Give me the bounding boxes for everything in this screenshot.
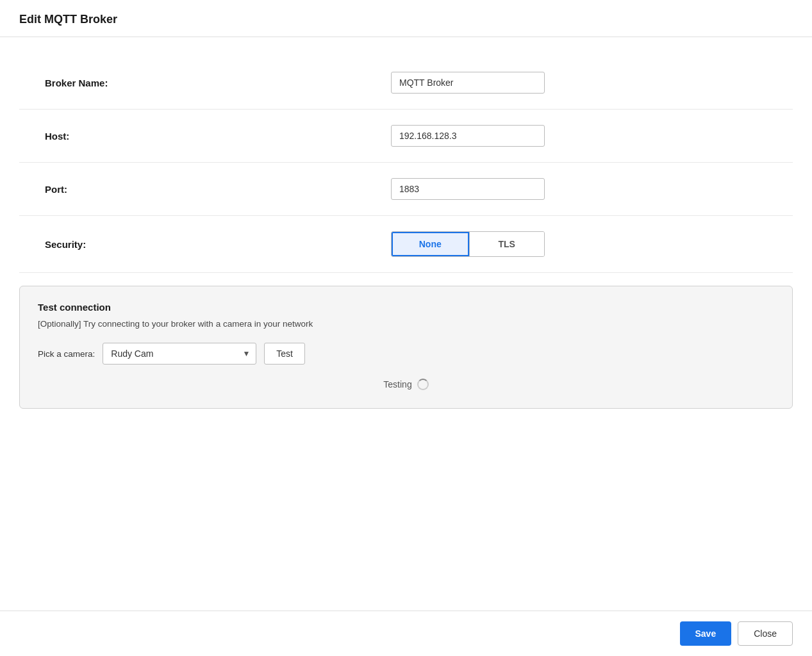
security-label: Security: — [19, 239, 391, 250]
pick-camera-label: Pick a camera: — [38, 349, 95, 359]
pick-camera-row: Pick a camera: Rudy Cam ▼ Test — [38, 343, 774, 365]
broker-name-control — [391, 72, 793, 94]
close-button[interactable]: Close — [738, 621, 793, 646]
port-row: Port: — [19, 163, 793, 216]
port-input[interactable] — [391, 178, 545, 200]
test-connection-box: Test connection [Optionally] Try connect… — [19, 286, 793, 409]
port-label: Port: — [19, 184, 391, 195]
security-tls-button[interactable]: TLS — [469, 232, 545, 256]
page-footer: Save Close — [0, 611, 812, 656]
port-control — [391, 178, 793, 200]
page-title: Edit MQTT Broker — [19, 13, 117, 26]
host-label: Host: — [19, 131, 391, 142]
testing-status-row: Testing — [38, 379, 774, 390]
page-header: Edit MQTT Broker — [0, 0, 812, 37]
page-content: Broker Name: Host: Port: Security: None … — [0, 37, 812, 611]
camera-select-wrap: Rudy Cam ▼ — [103, 343, 256, 365]
test-connection-title: Test connection — [38, 302, 774, 313]
host-row: Host: — [19, 110, 793, 163]
security-none-button[interactable]: None — [392, 232, 469, 256]
broker-name-input[interactable] — [391, 72, 545, 94]
security-row: Security: None TLS — [19, 216, 793, 273]
loading-spinner — [417, 379, 429, 390]
save-button[interactable]: Save — [680, 621, 732, 646]
security-control: None TLS — [391, 231, 793, 257]
camera-select[interactable]: Rudy Cam — [103, 343, 256, 365]
testing-label: Testing — [383, 379, 411, 390]
host-control — [391, 125, 793, 147]
security-toggle-group: None TLS — [391, 231, 545, 257]
test-button[interactable]: Test — [264, 343, 305, 365]
broker-name-label: Broker Name: — [19, 78, 391, 88]
test-connection-description: [Optionally] Try connecting to your brok… — [38, 319, 774, 329]
broker-name-row: Broker Name: — [19, 56, 793, 110]
host-input[interactable] — [391, 125, 545, 147]
